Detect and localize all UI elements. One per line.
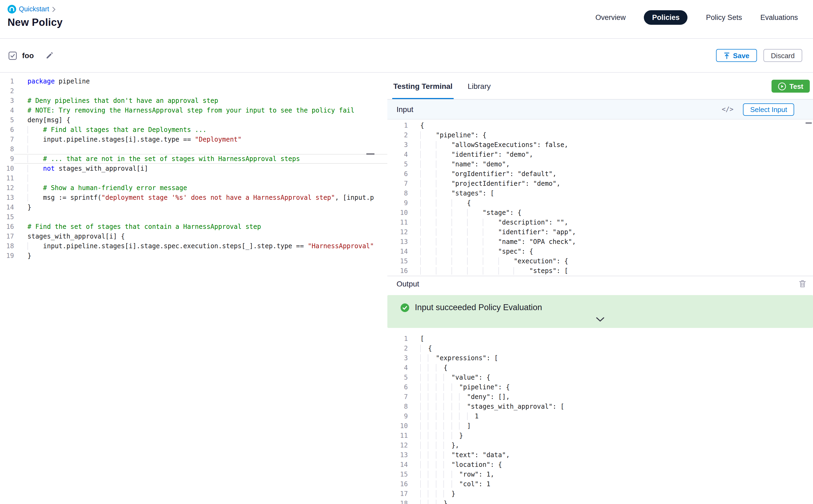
output-json-editor[interactable]: 1[2 {3 "expressions": [4 {5 "value": {6 … <box>387 334 813 504</box>
code-line[interactable]: 4 "identifier": "demo", <box>387 150 813 159</box>
nav-policies[interactable]: Policies <box>644 10 688 25</box>
line-number: 1 <box>387 121 408 130</box>
code-line[interactable]: 11 } <box>387 431 813 440</box>
indent-guide <box>436 141 452 149</box>
code-line[interactable]: 2 <box>0 86 387 96</box>
line-number: 4 <box>0 106 14 115</box>
breadcrumb-project-link[interactable]: Quickstart <box>19 5 49 13</box>
code-line[interactable]: 3 "allowStageExecutions": false, <box>387 140 813 150</box>
code-line[interactable]: 9 # ... that are not in the set of stage… <box>0 154 387 164</box>
indent-guide <box>420 131 436 139</box>
line-content: } <box>408 489 813 499</box>
code-line[interactable]: 16 "steps": [ <box>387 266 813 276</box>
line-number: 10 <box>387 421 408 431</box>
code-line[interactable]: 1package pipeline <box>0 76 387 86</box>
code-line[interactable]: 13 "name": "OPA check", <box>387 237 813 247</box>
code-line[interactable]: 17stages_with_approval[i] { <box>0 232 387 241</box>
code-line[interactable]: 2 { <box>387 344 813 353</box>
code-line[interactable]: 15 "row": 1, <box>387 470 813 479</box>
code-line[interactable]: 13 msg := sprintf("deployment stage '%s'… <box>0 193 387 202</box>
code-icon[interactable]: </> <box>722 106 733 113</box>
indent-guide <box>27 165 43 172</box>
indent-guide <box>420 461 428 468</box>
test-button[interactable]: Test <box>772 80 810 93</box>
code-line[interactable]: 14} <box>0 202 387 212</box>
save-button[interactable]: Save <box>716 49 757 62</box>
code-line[interactable]: 1[ <box>387 334 813 344</box>
nav-overview[interactable]: Overview <box>595 13 626 22</box>
nav-policy-sets[interactable]: Policy Sets <box>706 13 742 22</box>
tab-library[interactable]: Library <box>467 73 492 99</box>
code-line[interactable]: 8 <box>0 144 387 154</box>
indent-guide <box>436 500 444 504</box>
code-line[interactable]: 14 "location": { <box>387 460 813 470</box>
code-line[interactable]: 9 { <box>387 198 813 208</box>
line-content: } <box>14 251 387 261</box>
tab-testing-terminal[interactable]: Testing Terminal <box>392 73 454 99</box>
code-line[interactable]: 3# Deny pipelines that don't have an app… <box>0 96 387 106</box>
output-section-header: Output <box>387 276 813 291</box>
indent-guide <box>483 228 498 236</box>
line-content <box>14 144 387 154</box>
code-line[interactable]: 6 # Find all stages that are Deployments… <box>0 125 387 135</box>
indent-guide <box>444 432 452 439</box>
code-line[interactable]: 11 "description": "", <box>387 218 813 227</box>
code-line[interactable]: 9 1 <box>387 411 813 421</box>
indent-guide <box>436 480 444 488</box>
code-line[interactable]: 19} <box>0 251 387 261</box>
indent-guide <box>27 155 43 163</box>
code-line[interactable]: 5 "name": "demo", <box>387 159 813 169</box>
policy-code-editor[interactable]: 1package pipeline23# Deny pipelines that… <box>0 73 387 504</box>
code-line[interactable]: 10 "stage": { <box>387 208 813 218</box>
code-line[interactable]: 11 <box>0 173 387 183</box>
code-line[interactable]: 2 "pipeline": { <box>387 130 813 140</box>
chevron-down-icon[interactable] <box>387 314 813 324</box>
select-input-button[interactable]: Select Input <box>743 103 794 115</box>
code-line[interactable]: 5 "value": { <box>387 373 813 382</box>
code-line[interactable]: 4 { <box>387 363 813 373</box>
code-line[interactable]: 6 "orgIdentifier": "default", <box>387 169 813 179</box>
line-number: 18 <box>0 241 14 251</box>
discard-button[interactable]: Discard <box>763 49 802 62</box>
edit-pencil-icon[interactable] <box>46 52 53 59</box>
code-line[interactable]: 18 } <box>387 499 813 504</box>
code-line[interactable]: 6 "pipeline": { <box>387 382 813 392</box>
scrollbar-thumb[interactable] <box>805 122 812 124</box>
code-line[interactable]: 12 # Show a human-friendly error message <box>0 183 387 193</box>
indent-guide <box>436 374 444 381</box>
code-line[interactable]: 16# Find the set of stages that contain … <box>0 222 387 232</box>
code-line[interactable]: 1{ <box>387 121 813 130</box>
indent-guide <box>436 412 444 420</box>
code-line[interactable]: 15 "execution": { <box>387 256 813 266</box>
code-token: deny[msg] { <box>27 116 70 124</box>
indent-guide <box>483 238 498 246</box>
line-number: 19 <box>0 251 14 261</box>
line-number: 16 <box>387 479 408 489</box>
code-line[interactable]: 12 }, <box>387 440 813 450</box>
trash-icon[interactable] <box>798 279 807 288</box>
code-line[interactable]: 7 "projectIdentifier": "demo", <box>387 179 813 188</box>
line-content: "stage": { <box>408 208 813 218</box>
indent-guide <box>428 471 436 478</box>
code-line[interactable]: 15 <box>0 212 387 222</box>
indent-guide <box>444 403 452 410</box>
code-line[interactable]: 16 "col": 1 <box>387 479 813 489</box>
code-line[interactable]: 17 } <box>387 489 813 499</box>
code-line[interactable]: 5deny[msg] { <box>0 115 387 125</box>
code-line[interactable]: 7 input.pipeline.stages[i].stage.type ==… <box>0 135 387 144</box>
code-line[interactable]: 4# NOTE: Try removing the HarnessApprova… <box>0 106 387 115</box>
code-line[interactable]: 8 "stages_with_approval": [ <box>387 402 813 411</box>
code-line[interactable]: 13 "text": "data", <box>387 450 813 460</box>
code-line[interactable]: 14 "spec": { <box>387 247 813 256</box>
code-line[interactable]: 10 ] <box>387 421 813 431</box>
indent-guide <box>514 267 529 275</box>
code-line[interactable]: 7 "deny": [], <box>387 392 813 402</box>
nav-evaluations[interactable]: Evaluations <box>760 13 798 22</box>
input-json-editor[interactable]: 1{2 "pipeline": {3 "allowStageExecutions… <box>387 121 813 276</box>
code-line[interactable]: 8 "stages": [ <box>387 188 813 198</box>
code-line[interactable]: 3 "expressions": [ <box>387 353 813 363</box>
code-text: "stages": [ <box>452 190 494 197</box>
code-line[interactable]: 18 input.pipeline.stages[i].stage.spec.e… <box>0 241 387 251</box>
code-line[interactable]: 10 not stages_with_approval[i] <box>0 164 387 173</box>
code-line[interactable]: 12 "identifier": "app", <box>387 227 813 237</box>
